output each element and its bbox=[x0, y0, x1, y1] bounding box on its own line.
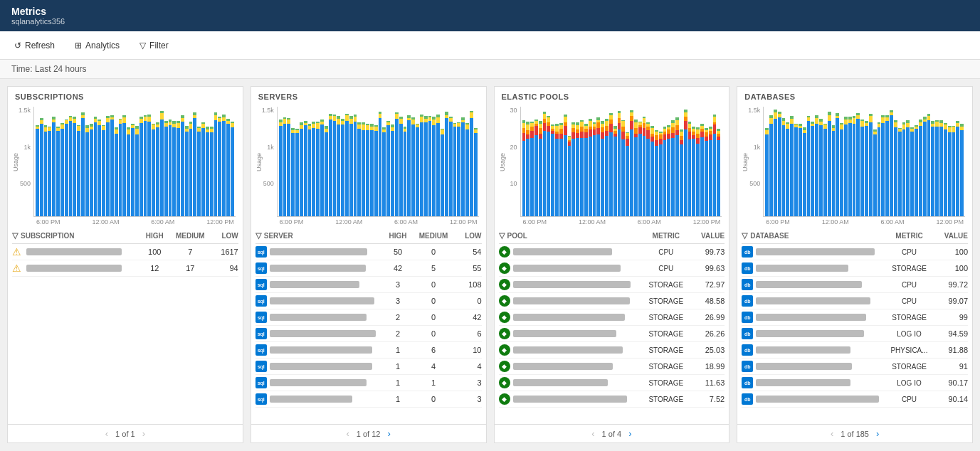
col-subscription: SUBSCRIPTION bbox=[21, 232, 139, 240]
server-icon: sql bbox=[255, 279, 270, 290]
srv-next-btn[interactable]: › bbox=[386, 428, 391, 439]
subscriptions-table: ▽ SUBSCRIPTION HIGH MEDIUM LOW ⚠ 100 7 1… bbox=[8, 228, 243, 424]
server-row-7[interactable]: sql 1 4 4 bbox=[255, 359, 482, 375]
db-icon: db bbox=[742, 262, 756, 274]
servers-title: SERVERS bbox=[251, 87, 486, 104]
filter-label: Filter bbox=[149, 41, 169, 51]
db-name bbox=[756, 363, 886, 370]
db-row-9[interactable]: db CPU 90.14 bbox=[742, 391, 968, 408]
server-row-0[interactable]: sql 50 0 54 bbox=[255, 244, 482, 260]
db-name bbox=[756, 314, 886, 321]
server-row-3[interactable]: sql 3 0 0 bbox=[255, 293, 482, 309]
servers-table: ▽ SERVER HIGH MEDIUM LOW sql 50 0 54 sql… bbox=[251, 228, 486, 424]
filter-icon bbox=[139, 41, 146, 51]
pool-icon: ◆ bbox=[499, 361, 513, 372]
servers-chart-wrapper: Usage 1.5k 1k 500 bbox=[254, 107, 479, 217]
pool-row-4[interactable]: ◆ STORAGE 26.99 bbox=[499, 309, 725, 326]
pool-row-6[interactable]: ◆ STORAGE 25.03 bbox=[499, 342, 725, 359]
server-icon: sql bbox=[255, 312, 270, 323]
subs-medium-2: 17 bbox=[171, 264, 210, 272]
refresh-button[interactable]: Refresh bbox=[11, 39, 58, 52]
subscriptions-pagination: ‹ 1 of 1 › bbox=[8, 424, 243, 442]
subs-next-btn[interactable]: › bbox=[141, 428, 147, 439]
subs-page-info: 1 of 1 bbox=[115, 430, 135, 438]
pool-row-3[interactable]: ◆ STORAGE 48.58 bbox=[499, 293, 725, 309]
servers-pagination: ‹ 1 of 12 › bbox=[251, 424, 486, 442]
elastic-pools-table-header: ▽ POOL METRIC VALUE bbox=[499, 228, 725, 244]
subs-row-2[interactable]: ⚠ 12 17 94 bbox=[12, 260, 238, 277]
db-icon: db bbox=[742, 328, 756, 339]
server-row-8[interactable]: sql 1 1 3 bbox=[255, 375, 482, 391]
pool-name bbox=[513, 379, 643, 386]
main-content: SUBSCRIPTIONS Usage 1.5k 1k 500 6:00 PM … bbox=[0, 79, 980, 450]
db-row-3[interactable]: db CPU 99.07 bbox=[742, 293, 968, 309]
top-header: Metrics sqlanalytics356 bbox=[0, 0, 980, 31]
pool-icon: ◆ bbox=[499, 262, 513, 274]
pool-row-2[interactable]: ◆ STORAGE 72.97 bbox=[499, 277, 725, 293]
db-row-5[interactable]: db LOG IO 94.59 bbox=[742, 326, 968, 342]
db-name bbox=[756, 379, 886, 386]
db-next-btn[interactable]: › bbox=[875, 428, 880, 439]
pool-row-7[interactable]: ◆ STORAGE 18.99 bbox=[499, 359, 725, 375]
pool-page-info: 1 of 4 bbox=[602, 430, 622, 438]
db-row-4[interactable]: db STORAGE 99 bbox=[742, 309, 968, 326]
srv-prev-btn[interactable]: ‹ bbox=[344, 428, 350, 439]
pool-name bbox=[513, 363, 643, 370]
pool-prev-btn[interactable]: ‹ bbox=[590, 428, 596, 439]
db-row-7[interactable]: db STORAGE 91 bbox=[742, 359, 968, 375]
elastic-pools-chart-wrapper: Usage 30 20 10 bbox=[497, 107, 722, 217]
db-row-0[interactable]: db CPU 100 bbox=[742, 244, 968, 260]
elastic-pools-y-axis: Usage 30 20 10 bbox=[497, 107, 520, 217]
databases-title: DATABASES bbox=[737, 87, 972, 104]
pool-row-1[interactable]: ◆ CPU 99.63 bbox=[499, 260, 725, 277]
filter-button[interactable]: Filter bbox=[137, 39, 172, 52]
db-row-8[interactable]: db LOG IO 90.17 bbox=[742, 375, 968, 391]
subscriptions-bars bbox=[33, 107, 236, 217]
databases-pagination: ‹ 1 of 185 › bbox=[737, 424, 972, 442]
refresh-icon bbox=[14, 41, 21, 51]
app-subtitle: sqlanalytics356 bbox=[11, 17, 969, 26]
pool-row-9[interactable]: ◆ STORAGE 7.52 bbox=[499, 391, 725, 408]
analytics-icon bbox=[75, 41, 82, 51]
subs-row-1[interactable]: ⚠ 100 7 1617 bbox=[12, 244, 238, 260]
analytics-button[interactable]: Analytics bbox=[72, 39, 122, 52]
server-name bbox=[270, 314, 382, 321]
db-row-1[interactable]: db STORAGE 100 bbox=[742, 260, 968, 277]
subscriptions-x-axis: 6:00 PM 12:00 AM 6:00 AM 12:00 PM bbox=[11, 217, 236, 226]
subs-high-1: 100 bbox=[139, 248, 171, 256]
server-row-2[interactable]: sql 3 0 108 bbox=[255, 277, 482, 293]
subs-prev-btn[interactable]: ‹ bbox=[104, 428, 110, 439]
db-name bbox=[756, 248, 886, 255]
pool-icon: ◆ bbox=[499, 377, 513, 388]
subscriptions-chart-wrapper: Usage 1.5k 1k 500 bbox=[11, 107, 236, 217]
servers-table-header: ▽ SERVER HIGH MEDIUM LOW bbox=[255, 228, 482, 244]
servers-x-axis: 6:00 PM 12:00 AM 6:00 AM 12:00 PM bbox=[254, 217, 479, 226]
servers-y-axis: Usage 1.5k 1k 500 bbox=[254, 107, 277, 217]
y-label-usage: Usage bbox=[12, 152, 19, 171]
server-row-4[interactable]: sql 2 0 42 bbox=[255, 309, 482, 326]
db-name bbox=[756, 396, 886, 403]
pool-next-btn[interactable]: › bbox=[627, 428, 633, 439]
databases-table-header: ▽ DATABASE METRIC VALUE bbox=[742, 228, 968, 244]
server-row-6[interactable]: sql 1 6 10 bbox=[255, 342, 482, 359]
pool-name bbox=[513, 330, 643, 337]
server-row-5[interactable]: sql 2 0 6 bbox=[255, 326, 482, 342]
db-row-2[interactable]: db CPU 99.72 bbox=[742, 277, 968, 293]
pool-row-0[interactable]: ◆ CPU 99.73 bbox=[499, 244, 725, 260]
pool-name bbox=[513, 297, 643, 304]
refresh-label: Refresh bbox=[25, 41, 55, 51]
elastic-pools-panel: ELASTIC POOLS Usage 30 20 10 6:00 PM 12:… bbox=[494, 86, 730, 443]
db-row-6[interactable]: db PHYSICA... 91.88 bbox=[742, 342, 968, 359]
pool-row-8[interactable]: ◆ STORAGE 11.63 bbox=[499, 375, 725, 391]
server-row-1[interactable]: sql 42 5 55 bbox=[255, 260, 482, 277]
db-name bbox=[756, 281, 886, 288]
pool-name bbox=[513, 281, 643, 288]
server-icon: sql bbox=[255, 246, 270, 258]
server-row-9[interactable]: sql 1 0 3 bbox=[255, 391, 482, 408]
pool-row-5[interactable]: ◆ STORAGE 26.26 bbox=[499, 326, 725, 342]
app-title: Metrics bbox=[11, 6, 969, 17]
pool-icon: ◆ bbox=[499, 393, 513, 405]
col-high-subs: HIGH bbox=[139, 232, 171, 240]
db-prev-btn[interactable]: ‹ bbox=[829, 428, 835, 439]
server-name bbox=[270, 297, 382, 304]
